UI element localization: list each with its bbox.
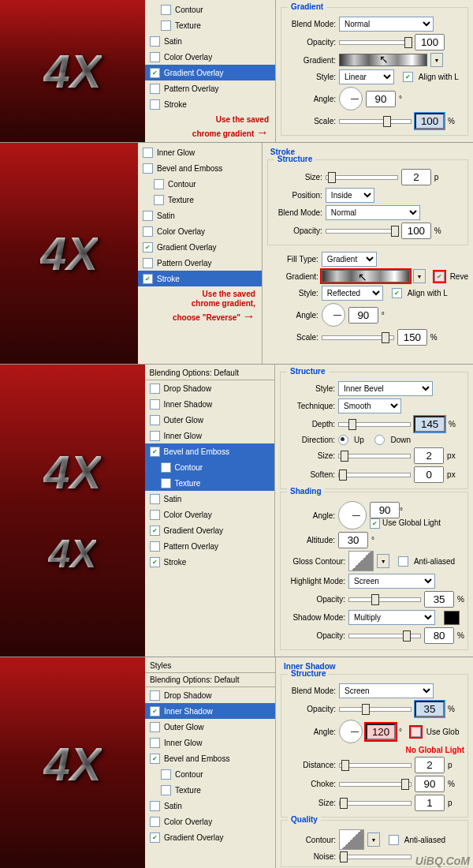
global-light-checkbox[interactable] [411, 727, 421, 737]
style-item-pattern-overlay[interactable]: Pattern Overlay [145, 80, 275, 96]
style-checkbox[interactable] [150, 706, 160, 716]
style-select[interactable]: Reflected [322, 286, 383, 301]
opacity-input[interactable] [415, 34, 445, 51]
align-checkbox[interactable] [392, 288, 402, 298]
angle-input[interactable] [366, 91, 396, 107]
style-item-inner-shadow[interactable]: Inner Shadow [145, 703, 275, 719]
style-checkbox[interactable] [150, 431, 160, 441]
style-checkbox[interactable] [150, 526, 160, 536]
position-select[interactable]: Inside [326, 188, 374, 203]
scale-input[interactable] [415, 113, 445, 129]
global-light-checkbox[interactable] [370, 518, 380, 529]
gradient-preview[interactable]: ↖ [339, 54, 427, 66]
style-item-satin[interactable]: Satin [145, 491, 275, 507]
align-checkbox[interactable] [403, 72, 413, 82]
style-item-drop-shadow[interactable]: Drop Shadow [145, 380, 275, 396]
style-checkbox[interactable] [150, 447, 160, 457]
direction-up-radio[interactable] [338, 435, 348, 445]
style-checkbox[interactable] [150, 738, 160, 748]
style-item-texture[interactable]: Texture [145, 475, 275, 491]
style-checkbox[interactable] [150, 754, 160, 764]
style-item-color-overlay[interactable]: Color Overlay [145, 507, 275, 522]
style-select[interactable]: Linear [339, 69, 394, 84]
style-item-satin[interactable]: Satin [145, 798, 275, 814]
style-item-gradient-overlay[interactable]: Gradient Overlay [138, 239, 262, 255]
opacity-slider[interactable] [339, 40, 412, 45]
angle-dial[interactable] [322, 303, 345, 327]
style-checkbox[interactable] [161, 5, 171, 15]
soften-slider[interactable] [338, 473, 411, 477]
scale-input[interactable] [397, 329, 427, 346]
style-checkbox[interactable] [150, 68, 160, 78]
size-input[interactable] [401, 169, 431, 185]
style-checkbox[interactable] [161, 462, 171, 473]
angle-input[interactable] [366, 724, 396, 740]
altitude-input[interactable] [338, 532, 368, 548]
soften-input[interactable] [414, 466, 444, 483]
style-item-texture[interactable]: Texture [145, 782, 275, 798]
size-slider[interactable] [338, 454, 411, 458]
size-input[interactable] [415, 795, 445, 811]
style-checkbox[interactable] [150, 722, 160, 732]
style-checkbox[interactable] [150, 415, 160, 425]
blend-mode-select[interactable]: Screen [339, 683, 434, 698]
shadow-opacity-slider[interactable] [348, 634, 421, 638]
highlight-mode-select[interactable]: Screen [348, 574, 435, 589]
style-checkbox[interactable] [150, 494, 160, 504]
style-item-bevel-and-emboss[interactable]: Bevel and Emboss [138, 160, 262, 176]
gradient-preview[interactable]: ↖ [322, 270, 410, 282]
style-checkbox[interactable] [150, 832, 160, 843]
style-item-drop-shadow[interactable]: Drop Shadow [145, 687, 275, 703]
angle-input[interactable] [370, 502, 400, 518]
style-item-inner-glow[interactable]: Inner Glow [145, 735, 275, 750]
style-item-contour[interactable]: Contour [145, 2, 275, 17]
noise-slider[interactable] [339, 855, 412, 859]
choke-input[interactable] [415, 776, 445, 792]
style-item-color-overlay[interactable]: Color Overlay [145, 49, 275, 65]
style-item-pattern-overlay[interactable]: Pattern Overlay [145, 538, 275, 554]
style-checkbox[interactable] [150, 84, 160, 94]
style-checkbox[interactable] [150, 510, 160, 520]
style-item-color-overlay[interactable]: Color Overlay [145, 814, 275, 829]
style-checkbox[interactable] [150, 817, 160, 827]
style-checkbox[interactable] [150, 541, 160, 552]
size-slider[interactable] [326, 175, 398, 180]
shadow-mode-select[interactable]: Multiply [348, 610, 435, 625]
style-item-inner-shadow[interactable]: Inner Shadow [145, 396, 275, 412]
scale-slider[interactable] [339, 119, 412, 124]
bevel-style-select[interactable]: Inner Bevel [338, 381, 433, 396]
contour-preview[interactable] [339, 829, 364, 850]
style-item-texture[interactable]: Texture [138, 192, 262, 208]
style-checkbox[interactable] [154, 195, 164, 205]
style-item-color-overlay[interactable]: Color Overlay [138, 223, 262, 239]
style-item-satin[interactable]: Satin [145, 33, 275, 49]
style-checkbox[interactable] [154, 179, 164, 189]
gloss-contour-preview[interactable] [348, 551, 374, 571]
style-item-outer-glow[interactable]: Outer Glow [145, 412, 275, 428]
style-checkbox[interactable] [150, 383, 160, 394]
style-item-texture[interactable]: Texture [145, 17, 275, 33]
size-slider[interactable] [339, 801, 412, 806]
opacity-slider[interactable] [339, 707, 412, 712]
distance-slider[interactable] [339, 763, 412, 768]
style-item-stroke[interactable]: Stroke [145, 96, 275, 112]
style-checkbox[interactable] [150, 36, 160, 47]
style-checkbox[interactable] [143, 211, 153, 221]
style-item-stroke[interactable]: Stroke [138, 271, 262, 286]
style-item-gradient-overlay[interactable]: Gradient Overlay [145, 829, 275, 845]
style-checkbox[interactable] [143, 258, 153, 268]
scale-slider[interactable] [322, 335, 394, 340]
filltype-select[interactable]: Gradient [322, 252, 377, 267]
style-checkbox[interactable] [161, 21, 171, 31]
technique-select[interactable]: Smooth [338, 398, 401, 413]
blend-mode-select[interactable]: Normal [326, 205, 420, 220]
style-item-contour[interactable]: Contour [145, 766, 275, 782]
opacity-slider[interactable] [326, 229, 398, 234]
antialiased-checkbox[interactable] [389, 835, 399, 845]
style-checkbox[interactable] [150, 52, 160, 62]
style-item-inner-glow[interactable]: Inner Glow [138, 144, 262, 160]
style-item-inner-glow[interactable]: Inner Glow [145, 428, 275, 443]
style-checkbox[interactable] [161, 478, 171, 488]
style-item-gradient-overlay[interactable]: Gradient Overlay [145, 522, 275, 538]
angle-dial[interactable] [339, 87, 363, 110]
